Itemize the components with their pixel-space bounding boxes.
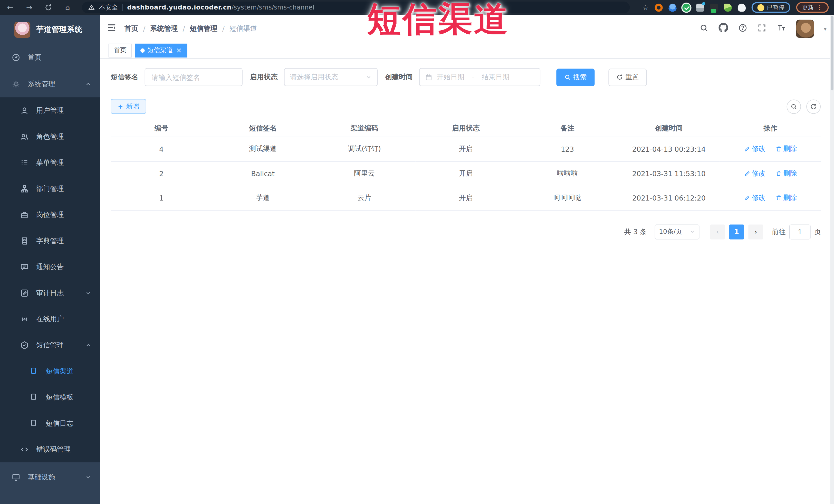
delete-link[interactable]: 删除 — [775, 169, 797, 178]
page-size-select[interactable]: 10条/页 — [655, 224, 700, 239]
paused-badge[interactable]: 已暂停 — [752, 2, 790, 13]
sidebar-item-notice-mgmt[interactable]: 通知公告 — [0, 254, 100, 280]
sidebar-item-sms-mgmt[interactable]: 短信管理 — [0, 332, 100, 358]
sidebar-item-audit-log[interactable]: 审计日志 — [0, 280, 100, 306]
browser-reload-icon[interactable] — [44, 4, 53, 11]
browser-forward-icon[interactable]: → — [24, 4, 34, 11]
url-text[interactable]: dashboard.yudao.iocoder.cn/system/sms/sm… — [127, 4, 314, 11]
sidebar-item-dept-mgmt[interactable]: 部门管理 — [0, 176, 100, 202]
pagination: 共 3 条 10条/页 ‹ 1 › 前往 页 — [111, 224, 821, 239]
font-size-icon[interactable] — [776, 23, 786, 35]
sidebar-item-sms-channel[interactable]: 短信渠道 — [0, 358, 100, 384]
date-start-placeholder[interactable]: 开始日期 — [437, 72, 464, 82]
breadcrumb-home[interactable]: 首页 — [125, 24, 138, 34]
extension-icon-orange-ring[interactable] — [655, 3, 663, 11]
edit-icon — [744, 195, 750, 201]
tab-sms-channel[interactable]: 短信渠道 × — [135, 43, 187, 57]
edit-icon — [744, 170, 750, 177]
breadcrumb-separator: / — [183, 25, 185, 32]
table-row[interactable]: 2 Balicat 阿里云 开启 啦啦啦 2021-03-31 11:53:10… — [111, 161, 821, 185]
edit-link-label: 修改 — [752, 193, 766, 202]
hamburger-icon[interactable] — [107, 23, 116, 35]
sidebar-item-infrastructure[interactable]: 基础设施 — [0, 462, 100, 492]
reset-button[interactable]: 重置 — [608, 68, 646, 86]
plus-icon — [117, 104, 124, 109]
edit-link[interactable]: 修改 — [744, 193, 766, 202]
sidebar-item-role-mgmt[interactable]: 角色管理 — [0, 124, 100, 150]
edit-link[interactable]: 修改 — [744, 144, 766, 154]
delete-link[interactable]: 删除 — [775, 193, 797, 202]
close-icon[interactable]: × — [176, 47, 182, 54]
sidebar-item-dict-mgmt[interactable]: 字典管理 — [0, 228, 100, 254]
date-end-placeholder[interactable]: 结束日期 — [482, 72, 509, 82]
search-button[interactable]: 搜索 — [556, 68, 594, 86]
page-scrollbar[interactable] — [830, 15, 834, 504]
page-number-button[interactable]: 1 — [729, 224, 744, 239]
toggle-search-button[interactable] — [787, 99, 801, 113]
browser-home-icon[interactable]: ⌂ — [63, 4, 72, 11]
status-select[interactable]: 请选择启用状态 — [284, 68, 378, 86]
breadcrumb-system-mgmt[interactable]: 系统管理 — [150, 24, 178, 34]
prev-page-button[interactable]: ‹ — [710, 224, 725, 239]
sidebar-item-menu-mgmt[interactable]: 菜单管理 — [0, 149, 100, 176]
add-button[interactable]: 新增 — [111, 99, 146, 114]
broadcast-icon — [20, 315, 29, 323]
status-label: 启用状态 — [250, 72, 278, 82]
chevron-up-icon — [85, 342, 92, 350]
breadcrumb-sms-mgmt[interactable]: 短信管理 — [190, 24, 217, 34]
help-icon[interactable] — [738, 23, 747, 35]
sidebar-item-label: 审计日志 — [36, 288, 64, 298]
sidebar-item-label: 通知公告 — [36, 262, 64, 271]
delete-link-label: 删除 — [783, 144, 797, 154]
sidebar-item-online-users[interactable]: 在线用户 — [0, 306, 100, 332]
sidebar-submenu-system: 用户管理 角色管理 菜单管理 部门管理 岗位管理 — [0, 97, 100, 462]
extension-icon-blue-pin[interactable] — [669, 3, 677, 11]
signature-input[interactable] — [145, 68, 243, 86]
table-row[interactable]: 4 测试渠道 调试(钉钉) 开启 123 2021-04-13 00:23:14… — [111, 137, 821, 161]
refresh-icon — [616, 74, 623, 80]
browser-back-icon[interactable]: ← — [5, 4, 15, 11]
sidebar-item-label: 部门管理 — [36, 184, 64, 193]
edit-link[interactable]: 修改 — [744, 169, 766, 178]
search-icon — [790, 103, 797, 110]
date-range-picker[interactable]: 开始日期 - 结束日期 — [419, 68, 540, 86]
search-icon[interactable] — [700, 23, 708, 35]
sidebar-item-home[interactable]: 首页 — [0, 44, 100, 71]
extension-icon-green-sprout[interactable] — [724, 3, 732, 11]
sidebar-item-label: 角色管理 — [36, 132, 64, 141]
user-avatar[interactable] — [796, 20, 814, 38]
next-page-button[interactable]: › — [748, 224, 763, 239]
scrollbar-thumb[interactable] — [831, 16, 833, 90]
refresh-table-button[interactable] — [806, 99, 821, 113]
sidebar-logo[interactable]: 芋道管理系统 — [0, 15, 100, 44]
table-header-row: 编号 短信签名 渠道编码 启用状态 备注 创建时间 操作 — [111, 120, 821, 137]
sidebar-item-user-mgmt[interactable]: 用户管理 — [0, 97, 100, 124]
sidebar-item-post-mgmt[interactable]: 岗位管理 — [0, 201, 100, 228]
extension-icon-green-check[interactable] — [682, 3, 690, 11]
browser-menu-kebab-icon[interactable]: ⋮ — [816, 4, 823, 11]
github-icon[interactable] — [719, 23, 728, 35]
bookmark-star-icon[interactable]: ☆ — [642, 3, 649, 12]
url-bar[interactable]: 不安全 dashboard.yudao.iocoder.cn/system/sm… — [82, 2, 630, 13]
table-toolbar: 新增 — [111, 99, 821, 114]
security-label[interactable]: 不安全 — [99, 3, 118, 12]
table-row[interactable]: 1 芋道 云片 开启 呵呵呵哒 2021-03-31 06:12:20 修改删除 — [111, 185, 821, 210]
fullscreen-icon[interactable] — [757, 23, 766, 35]
tab-home[interactable]: 首页 — [109, 43, 132, 57]
briefcase-icon — [20, 210, 29, 219]
caret-down-icon[interactable]: ▾ — [824, 26, 826, 31]
extension-icon-white-ghost[interactable] — [738, 3, 746, 11]
goto-page-input[interactable] — [789, 224, 811, 239]
search-icon — [564, 74, 571, 80]
sidebar-item-sms-log[interactable]: 短信日志 — [0, 410, 100, 437]
signature-label: 短信签名 — [111, 72, 138, 82]
sidebar-item-error-code-mgmt[interactable]: 错误码管理 — [0, 436, 100, 462]
sidebar-item-label: 菜单管理 — [36, 158, 64, 167]
extension-icon-dark-on-badge[interactable] — [710, 3, 718, 11]
sidebar-item-sms-template[interactable]: 短信模板 — [0, 384, 100, 410]
browser-update-button[interactable]: 更新 ⋮ — [796, 2, 829, 13]
extension-icon-gray-people[interactable] — [696, 3, 704, 11]
delete-link[interactable]: 删除 — [775, 144, 797, 154]
sidebar-item-system-mgmt[interactable]: 系统管理 — [0, 71, 100, 97]
tab-label: 短信渠道 — [147, 46, 173, 55]
